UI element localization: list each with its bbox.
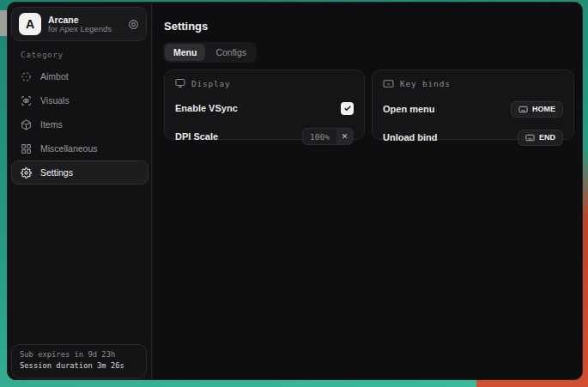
sidebar-item-label: Miscellaneous [40,143,98,154]
category-label: Category [21,50,64,59]
unload-keybind-button[interactable]: END [518,130,563,146]
unload-bind-label: Unload bind [383,132,438,142]
crosshair-icon [21,71,32,82]
session-duration-text: Session duration 3m 26s [20,361,138,370]
vsync-row: Enable VSync [175,100,354,117]
scan-eye-icon [21,95,32,106]
sidebar-item-label: Settings [40,167,73,178]
vsync-label: Enable VSync [175,103,238,113]
sidebar-nav: Aimbot Visuals [11,64,149,184]
sidebar-item-label: Items [40,119,63,130]
open-menu-row: Open menu HOME [383,100,563,118]
game-background: A Arcane for Apex Legends Category [0,0,588,387]
app-name: Arcane [48,15,121,25]
vsync-checkbox[interactable] [341,102,354,115]
sidebar-item-aimbot[interactable]: Aimbot [11,64,149,88]
app-subtitle: for Apex Legends [48,25,121,34]
sidebar-item-visuals[interactable]: Visuals [11,88,149,112]
display-card-header: Display [175,78,354,88]
subscription-info-box: Sub expires in 9d 23h Session duration 3… [11,344,147,378]
sidebar-item-label: Aimbot [40,71,69,82]
display-card-title: Display [191,79,231,88]
keybinds-card-header: Key binds [383,78,563,89]
unload-bind-row: Unload bind END [383,129,563,146]
sidebar-item-miscellaneous[interactable]: Miscellaneous [11,136,149,160]
sub-expires-text: Sub expires in 9d 23h [20,350,138,359]
sidebar-item-settings[interactable]: Settings [11,160,149,184]
gear-icon [21,167,32,178]
tab-menu[interactable]: Menu [165,44,205,61]
keybinds-card: Key binds Open menu HOME Unload bin [372,70,574,140]
unload-bind-key: END [539,133,555,142]
sidebar-item-items[interactable]: Items [11,112,149,136]
keyboard-icon [383,78,394,89]
clear-icon[interactable]: ✕ [336,129,353,144]
monitor-icon [175,78,185,88]
dpi-scale-input[interactable]: 100% ✕ [302,128,354,145]
dpi-scale-value[interactable]: 100% [303,132,336,142]
arcane-menu-window: A Arcane for Apex Legends Category [7,2,583,380]
display-card: Display Enable VSync DPI Scale 100% ✕ [164,70,365,140]
sidebar: A Arcane for Apex Legends Category [8,3,152,379]
tab-bar: Menu Configs [163,42,257,63]
app-logo: A [19,13,41,35]
open-menu-label: Open menu [383,104,435,114]
dpi-row: DPI Scale 100% ✕ [175,128,354,145]
dpi-label: DPI Scale [175,131,218,142]
app-header-text: Arcane for Apex Legends [48,15,121,34]
grid-icon [21,143,32,154]
main-content: Settings Menu Configs Display Enable VSy… [153,3,582,379]
sidebar-item-label: Visuals [40,95,70,106]
target-icon[interactable] [128,19,139,30]
keybinds-card-title: Key binds [400,79,451,88]
package-icon [21,119,32,130]
keyboard-icon [525,133,535,142]
tab-configs[interactable]: Configs [207,44,255,61]
page-title: Settings [164,20,208,33]
app-header-card: A Arcane for Apex Legends [11,7,147,41]
open-menu-key: HOME [532,105,555,113]
keyboard-icon [518,105,528,114]
open-menu-keybind-button[interactable]: HOME [511,101,563,118]
